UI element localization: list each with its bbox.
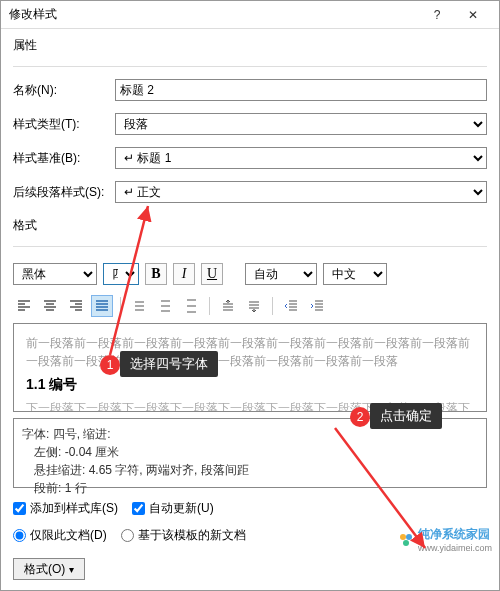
preview-prev-para: 前一段落前一段落前一段落前一段落前一段落前一段落前一段落前一段落前一段落前一段落… bbox=[26, 334, 474, 370]
line-spacing-15-button[interactable] bbox=[154, 295, 176, 317]
underline-button[interactable]: U bbox=[201, 263, 223, 285]
titlebar: 修改样式 ? ✕ bbox=[1, 1, 499, 29]
align-center-button[interactable] bbox=[39, 295, 61, 317]
doc-only-radio[interactable]: 仅限此文档(D) bbox=[13, 527, 107, 544]
section-format: 格式 bbox=[13, 217, 487, 234]
color-select[interactable]: 自动 bbox=[245, 263, 317, 285]
align-right-button[interactable] bbox=[65, 295, 87, 317]
align-justify-button[interactable] bbox=[91, 295, 113, 317]
svg-point-4 bbox=[403, 540, 409, 546]
desc-line: 悬挂缩进: 4.65 字符, 两端对齐, 段落间距 bbox=[22, 461, 478, 479]
lang-select[interactable]: 中文 bbox=[323, 263, 387, 285]
based-on-select[interactable]: ↵ 标题 1 bbox=[115, 147, 487, 169]
align-left-button[interactable] bbox=[13, 295, 35, 317]
font-select[interactable]: 黑体 bbox=[13, 263, 97, 285]
divider bbox=[120, 297, 121, 315]
annotation-callout-1: 选择四号字体 bbox=[120, 351, 218, 377]
annotation-callout-2: 点击确定 bbox=[370, 403, 442, 429]
divider bbox=[13, 246, 487, 247]
next-para-label: 后续段落样式(S): bbox=[13, 184, 107, 201]
decrease-indent-button[interactable] bbox=[280, 295, 302, 317]
watermark-url: www.yidaimei.com bbox=[418, 543, 492, 553]
svg-point-3 bbox=[406, 534, 412, 540]
section-props: 属性 bbox=[13, 37, 487, 54]
svg-point-2 bbox=[400, 534, 406, 540]
auto-update-checkbox[interactable]: 自动更新(U) bbox=[132, 500, 214, 517]
increase-indent-button[interactable] bbox=[306, 295, 328, 317]
format-menu-button[interactable]: 格式(O) bbox=[13, 558, 85, 580]
name-label: 名称(N): bbox=[13, 82, 107, 99]
help-button[interactable]: ? bbox=[419, 3, 455, 27]
based-on-label: 样式基准(B): bbox=[13, 150, 107, 167]
template-radio[interactable]: 基于该模板的新文档 bbox=[121, 527, 246, 544]
annotation-badge-2: 2 bbox=[350, 407, 370, 427]
add-to-lib-checkbox[interactable]: 添加到样式库(S) bbox=[13, 500, 118, 517]
line-spacing-1-button[interactable] bbox=[128, 295, 150, 317]
preview-pane: 前一段落前一段落前一段落前一段落前一段落前一段落前一段落前一段落前一段落前一段落… bbox=[13, 323, 487, 412]
name-input[interactable] bbox=[115, 79, 487, 101]
space-after-button[interactable] bbox=[243, 295, 265, 317]
dialog-body: 属性 名称(N): 样式类型(T): 段落 样式基准(B): ↵ 标题 1 后续… bbox=[1, 29, 499, 590]
size-select[interactable]: 四号 bbox=[103, 263, 139, 285]
style-type-label: 样式类型(T): bbox=[13, 116, 107, 133]
footer-row: 格式(O) bbox=[13, 558, 487, 580]
annotation-badge-1: 1 bbox=[100, 355, 120, 375]
watermark-text: 纯净系统家园 bbox=[418, 526, 492, 543]
dialog-title: 修改样式 bbox=[9, 6, 419, 23]
desc-line: 左侧: -0.04 厘米 bbox=[22, 443, 478, 461]
preview-heading: 1.1 编号 bbox=[26, 374, 474, 395]
watermark: 纯净系统家园 www.yidaimei.com bbox=[398, 526, 492, 553]
format-toolbar-2 bbox=[13, 295, 487, 317]
line-spacing-2-button[interactable] bbox=[180, 295, 202, 317]
italic-button[interactable]: I bbox=[173, 263, 195, 285]
divider bbox=[272, 297, 273, 315]
style-type-select[interactable]: 段落 bbox=[115, 113, 487, 135]
checkbox-row: 添加到样式库(S) 自动更新(U) bbox=[13, 500, 487, 517]
divider bbox=[13, 66, 487, 67]
bold-button[interactable]: B bbox=[145, 263, 167, 285]
close-button[interactable]: ✕ bbox=[455, 3, 491, 27]
modify-style-dialog: 修改样式 ? ✕ 属性 名称(N): 样式类型(T): 段落 样式基准(B): … bbox=[0, 0, 500, 591]
next-para-select[interactable]: ↵ 正文 bbox=[115, 181, 487, 203]
desc-line: 段前: 1 行 bbox=[22, 479, 478, 497]
divider bbox=[209, 297, 210, 315]
space-before-button[interactable] bbox=[217, 295, 239, 317]
format-toolbar-1: 黑体 四号 B I U 自动 中文 bbox=[13, 263, 487, 285]
watermark-logo-icon bbox=[398, 532, 414, 548]
